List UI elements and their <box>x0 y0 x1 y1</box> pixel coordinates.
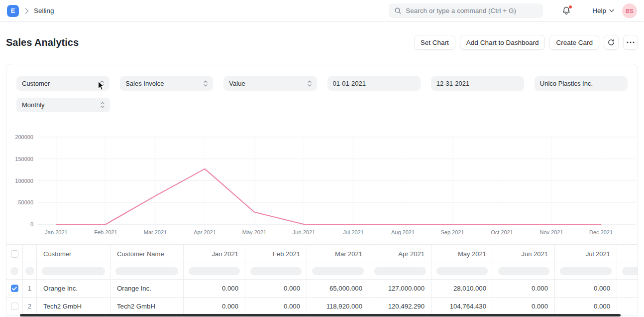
tree-type-select[interactable]: Customer <box>16 76 109 91</box>
table-cell[interactable]: 0.000 <box>555 280 617 297</box>
row-checkbox[interactable] <box>11 303 18 310</box>
table-cell[interactable]: Orange Inc. <box>110 280 184 297</box>
value-quantity-value: Value <box>229 80 245 87</box>
refresh-icon <box>607 38 615 46</box>
table-cell[interactable]: 65,000.000 <box>307 280 369 297</box>
x-axis-tick-label: Nov 2021 <box>539 229 563 235</box>
y-axis-tick-label: 200000 <box>15 134 33 140</box>
company-value: Unico Plastics Inc. <box>540 80 593 87</box>
column-filter-input[interactable] <box>498 267 549 275</box>
table-row: 1Orange Inc.Orange Inc.0.0000.00065,000.… <box>6 280 638 298</box>
global-search[interactable] <box>389 3 543 18</box>
row-select-cell <box>6 298 23 315</box>
user-avatar[interactable]: BS <box>622 3 637 18</box>
column-filter-input[interactable] <box>312 267 364 275</box>
range-value: Monthly <box>22 101 45 109</box>
column-filter-input[interactable] <box>560 267 612 275</box>
help-label: Help <box>592 7 606 14</box>
column-filter-input[interactable] <box>622 267 638 275</box>
x-axis-tick-label: Aug 2021 <box>391 229 415 235</box>
from-date-input[interactable]: 01-01-2021 <box>327 76 421 91</box>
column-header[interactable]: Apr 2021 <box>369 245 431 263</box>
based-on-select[interactable]: Sales Invoice <box>120 76 213 91</box>
select-updown-icon <box>308 80 312 87</box>
filter-cell <box>245 263 307 279</box>
column-filter-input[interactable] <box>115 267 178 275</box>
table-cell[interactable]: Orange Inc. <box>37 280 110 297</box>
notification-dot <box>569 5 572 8</box>
filter-cell <box>369 263 431 279</box>
report-datatable: CustomerCustomer NameJan 2021Feb 2021Mar… <box>6 244 638 316</box>
table-cell[interactable]: Tech2 GmbH <box>37 298 110 315</box>
refresh-button[interactable] <box>604 35 619 50</box>
table-cell[interactable]: 0.000 <box>493 280 555 297</box>
company-input[interactable]: Unico Plastics Inc. <box>535 76 628 91</box>
help-menu[interactable]: Help <box>592 7 614 14</box>
column-filter-input[interactable] <box>436 267 488 275</box>
series-line <box>56 169 601 224</box>
table-cell[interactable]: 120,492.290 <box>369 298 431 315</box>
value-quantity-select[interactable]: Value <box>223 76 317 91</box>
table-cell[interactable]: 127,000.000 <box>369 280 431 297</box>
to-date-input[interactable]: 12-31-2021 <box>431 76 524 91</box>
top-navbar: E Selling Help BS <box>0 0 644 22</box>
x-axis-tick-label: May 2021 <box>242 229 266 235</box>
table-cell[interactable]: 0.000 <box>493 298 555 315</box>
column-filter-input[interactable] <box>250 267 302 275</box>
breadcrumb[interactable]: Selling <box>34 7 54 14</box>
page-head: Sales Analytics Set Chart Add Chart to D… <box>6 32 638 53</box>
x-axis-tick-label: Sep 2021 <box>440 229 464 235</box>
table-cell[interactable]: 118,920.000 <box>307 298 369 315</box>
from-date-value: 01-01-2021 <box>333 80 366 87</box>
range-select[interactable]: Monthly <box>16 98 110 112</box>
column-header[interactable]: Jul 2021 <box>555 245 617 263</box>
create-card-button[interactable]: Create Card <box>549 35 599 50</box>
select-updown-icon <box>204 80 208 87</box>
column-filter-input[interactable] <box>42 267 105 275</box>
y-axis-tick-label: 0 <box>30 221 33 227</box>
select-updown-icon <box>101 102 105 108</box>
table-cell[interactable]: 0.000 <box>245 298 307 315</box>
set-chart-button[interactable]: Set Chart <box>414 35 455 50</box>
column-header[interactable]: Customer <box>37 245 110 263</box>
notifications-button[interactable] <box>562 6 571 15</box>
column-header[interactable]: Customer Name <box>110 245 184 263</box>
x-axis-tick-label: Jun 2021 <box>293 229 315 235</box>
row-checkbox[interactable] <box>11 285 18 292</box>
filter-cell <box>555 263 617 279</box>
table-cell[interactable]: Tech2 GmbH <box>110 298 184 315</box>
x-axis-tick-label: Jul 2021 <box>343 229 364 235</box>
table-cell[interactable]: 0.000 <box>555 298 617 315</box>
column-filter-input[interactable] <box>25 267 34 275</box>
page-title: Sales Analytics <box>6 37 79 48</box>
column-header[interactable]: Feb 2021 <box>245 245 307 263</box>
column-header[interactable]: Mar 2021 <box>307 245 369 263</box>
column-header-cut <box>617 245 638 263</box>
select-all-checkbox[interactable] <box>11 250 18 258</box>
table-cell[interactable]: 0.000 <box>184 298 245 315</box>
sales-line-chart: 200000150000100000500000Jan 2021Feb 2021… <box>6 132 638 238</box>
x-axis-tick-label: Oct 2021 <box>491 229 513 235</box>
table-cell[interactable]: 0.000 <box>184 280 245 297</box>
select-all-cell <box>6 245 23 263</box>
table-cell[interactable]: 104,764.430 <box>431 298 493 315</box>
table-cell[interactable]: 28,010.000 <box>431 280 493 297</box>
horizontal-scrollbar[interactable] <box>20 314 621 317</box>
based-on-value: Sales Invoice <box>125 80 164 87</box>
y-axis-tick-label: 150000 <box>15 156 33 162</box>
row-index-header <box>23 245 37 263</box>
column-filter-input[interactable] <box>189 267 240 275</box>
add-chart-to-dashboard-button[interactable]: Add Chart to Dashboard <box>460 35 545 50</box>
menu-button[interactable] <box>623 35 638 50</box>
tree-type-value: Customer <box>22 80 50 87</box>
app-logo[interactable]: E <box>7 5 19 17</box>
column-header[interactable]: Jun 2021 <box>493 245 555 263</box>
column-filter-input[interactable] <box>374 267 426 275</box>
column-header[interactable]: Jan 2021 <box>184 245 245 263</box>
column-header[interactable]: May 2021 <box>431 245 493 263</box>
table-cell[interactable]: 0.000 <box>245 280 307 297</box>
to-date-value: 12-31-2021 <box>436 80 470 87</box>
filter-cell <box>307 263 369 279</box>
search-input[interactable] <box>406 7 537 14</box>
column-filter-input[interactable] <box>10 267 18 275</box>
